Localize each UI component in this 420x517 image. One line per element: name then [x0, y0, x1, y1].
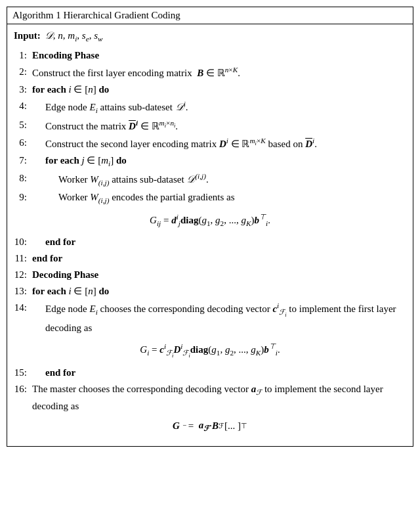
line-num-9: 9:	[14, 189, 32, 205]
line-num-14: 14:	[14, 300, 32, 315]
decoding-phase-label: Decoding Phase	[32, 267, 406, 282]
line-4-content: Edge node Ei attains sub-dateset 𝒟i.	[32, 98, 406, 116]
line-5: 5: Construct the matrix Di ∈ ℝmi×ni.	[14, 117, 406, 134]
line-11-content: end for	[32, 250, 406, 266]
line-15: 15: end for	[14, 365, 406, 380]
input-label: Input:	[14, 28, 41, 43]
line-13: 13: for each i ∈ [n] do	[14, 283, 406, 299]
line-num-5: 5:	[14, 117, 32, 133]
line-num-7: 7:	[14, 152, 32, 168]
line-16: 16: The master chooses the corresponding…	[14, 381, 406, 414]
algorithm-body: Input: 𝒟, n, mi, se, sw 1: Encoding Phas…	[7, 24, 413, 446]
line-6: 6: Construct the second layer encoding m…	[14, 135, 406, 152]
input-line: Input: 𝒟, n, mi, se, sw	[14, 28, 406, 45]
line-11: 11: end for	[14, 250, 406, 266]
math-block-3: G − = aℱ · Bℱ [... ]⊤	[14, 416, 406, 435]
line-num-2: 2:	[14, 64, 32, 79]
line-num-8: 8:	[14, 170, 32, 186]
line-12: 12: Decoding Phase	[14, 267, 406, 282]
line-6-content: Construct the second layer encoding matr…	[32, 135, 406, 152]
line-7: 7: for each j ∈ [mi] do	[14, 152, 406, 169]
algorithm-header: Algorithm 1 Hierarchical Gradient Coding	[7, 7, 413, 24]
line-9: 9: Worker W(i,j) encodes the partial gra…	[14, 189, 406, 206]
line-3-content: for each i ∈ [n] do	[32, 81, 406, 97]
line-num-1: 1:	[14, 47, 32, 63]
line-10-content: end for	[32, 234, 406, 250]
line-num-11: 11:	[14, 250, 32, 266]
line-num-15: 15:	[14, 365, 32, 380]
line-3: 3: for each i ∈ [n] do	[14, 81, 406, 97]
line-14-content: Edge node Ei chooses the corresponding d…	[32, 300, 406, 336]
line-num-12: 12:	[14, 267, 32, 282]
line-5-content: Construct the matrix Di ∈ ℝmi×ni.	[32, 117, 406, 134]
algorithm-box: Algorithm 1 Hierarchical Gradient Coding…	[7, 7, 413, 447]
line-9-content: Worker W(i,j) encodes the partial gradie…	[32, 189, 406, 206]
line-num-6: 6:	[14, 135, 32, 150]
line-num-16: 16:	[14, 381, 32, 397]
math-block-1: Gij = dijdiag(g1, g2, ..., gK)b⊤i.	[14, 210, 406, 230]
line-2: 2: Construct the first layer encoding ma…	[14, 64, 406, 81]
line-10: 10: end for	[14, 234, 406, 250]
line-num-10: 10:	[14, 234, 32, 250]
line-1: 1: Encoding Phase	[14, 47, 406, 63]
line-7-content: for each j ∈ [mi] do	[32, 152, 406, 169]
line-13-content: for each i ∈ [n] do	[32, 283, 406, 299]
algorithm-title: Algorithm 1 Hierarchical Gradient Coding	[12, 10, 180, 20]
input-vars: 𝒟, n, mi, se, sw	[45, 28, 103, 45]
encoding-phase-label: Encoding Phase	[32, 47, 406, 63]
line-num-3: 3:	[14, 81, 32, 97]
line-num-13: 13:	[14, 283, 32, 299]
line-15-content: end for	[32, 365, 406, 380]
line-num-4: 4:	[14, 98, 32, 114]
math-block-2: Gi = ciℱiDiℱidiag(g1, g2, ..., gK)b⊤i.	[14, 340, 406, 361]
line-4: 4: Edge node Ei attains sub-dateset 𝒟i.	[14, 98, 406, 116]
line-8: 8: Worker W(i,j) attains sub-dataset 𝒟(i…	[14, 170, 406, 189]
line-16-content: The master chooses the corresponding dec…	[32, 381, 406, 414]
line-14: 14: Edge node Ei chooses the correspondi…	[14, 300, 406, 336]
line-8-content: Worker W(i,j) attains sub-dataset 𝒟(i,j)…	[32, 170, 406, 189]
line-2-content: Construct the first layer encoding matri…	[32, 64, 406, 81]
